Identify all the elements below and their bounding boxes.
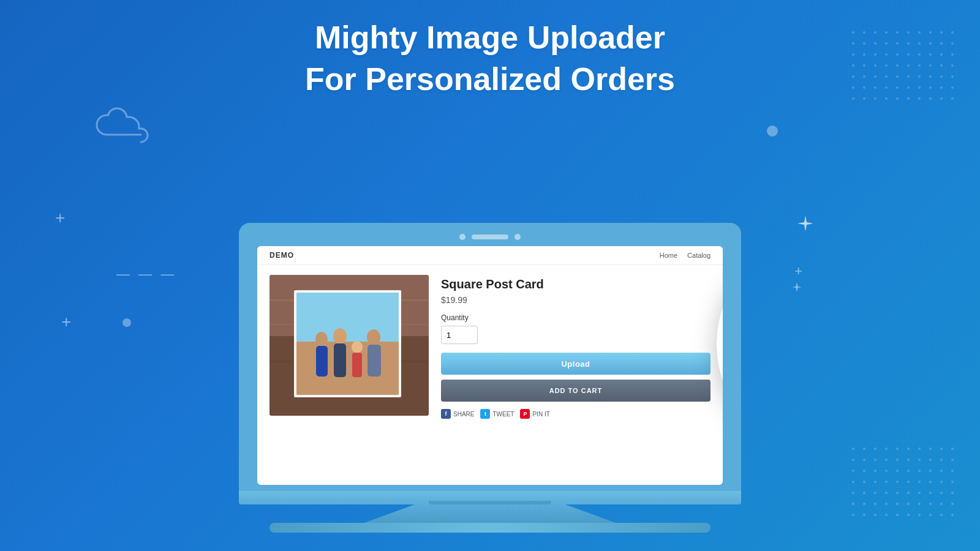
cam-dot-left xyxy=(459,234,466,240)
svg-point-15 xyxy=(333,328,347,344)
facebook-icon: f xyxy=(441,409,451,419)
svg-rect-11 xyxy=(296,293,399,342)
quantity-input[interactable] xyxy=(441,326,478,344)
demo-logo: DEMO xyxy=(270,251,294,260)
svg-rect-20 xyxy=(368,345,381,377)
svg-rect-14 xyxy=(316,346,328,377)
svg-point-17 xyxy=(352,341,363,353)
laptop-screen: DEMO Home Catalog xyxy=(257,246,723,485)
pin-label: PIN IT xyxy=(532,411,549,418)
product-image-wrap xyxy=(270,275,429,471)
svg-point-19 xyxy=(367,329,380,345)
upload-button[interactable]: Upload xyxy=(441,353,710,375)
laptop-camera-row xyxy=(257,234,723,240)
svg-rect-12 xyxy=(296,342,399,395)
pinterest-icon: P xyxy=(520,409,530,419)
svg-rect-16 xyxy=(334,343,346,377)
page-title: Mighty Image Uploader For Personalized O… xyxy=(0,17,980,100)
laptop-screen-outer: DEMO Home Catalog xyxy=(239,223,741,491)
laptop-base xyxy=(239,491,741,504)
share-label: SHARE xyxy=(453,411,474,418)
laptop-stand xyxy=(239,504,741,523)
quantity-label: Quantity xyxy=(441,313,710,322)
product-bg-svg xyxy=(270,275,429,416)
svg-rect-18 xyxy=(352,353,362,377)
cam-bar xyxy=(472,234,508,239)
nav-link-catalog[interactable]: Catalog xyxy=(687,252,710,259)
add-to-cart-button[interactable]: ADD TO CART xyxy=(441,380,710,402)
nav-link-home[interactable]: Home xyxy=(660,252,677,259)
cam-dot-right xyxy=(514,234,521,240)
pinterest-share[interactable]: P PIN IT xyxy=(520,409,549,419)
twitter-icon: t xyxy=(480,409,490,419)
laptop-foot xyxy=(270,523,710,533)
demo-nav-links: Home Catalog xyxy=(660,252,710,259)
product-title: Square Post Card xyxy=(441,277,710,291)
product-image xyxy=(270,275,429,416)
demo-navbar: DEMO Home Catalog xyxy=(257,246,723,265)
tweet-label: TWEET xyxy=(492,411,514,418)
social-share-row: f SHARE t TWEET P PIN IT xyxy=(441,409,710,419)
product-info: Square Post Card $19.99 Quantity Upload … xyxy=(441,275,710,471)
twitter-share[interactable]: t TWEET xyxy=(480,409,514,419)
svg-point-13 xyxy=(315,332,328,347)
laptop-mockup: DEMO Home Catalog xyxy=(239,223,741,533)
facebook-share[interactable]: f SHARE xyxy=(441,409,474,419)
product-price: $19.99 xyxy=(441,295,710,305)
demo-content: Square Post Card $19.99 Quantity Upload … xyxy=(257,265,723,481)
